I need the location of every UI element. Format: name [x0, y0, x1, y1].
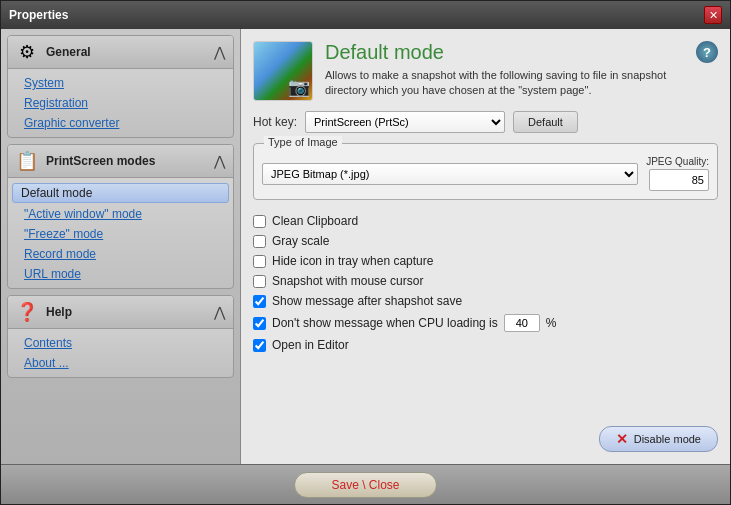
general-items: System Registration Graphic converter	[8, 69, 233, 137]
bottom-bar: Save \ Close	[1, 464, 730, 504]
printscreen-arrow-icon: ⋀	[214, 153, 225, 169]
jpeg-quality-label: JPEG Quality:	[646, 156, 709, 167]
clean-clipboard-checkbox[interactable]	[253, 215, 266, 228]
help-section: ❓ Help ⋀ Contents About ...	[7, 295, 234, 378]
right-panel: 📷 Default mode Allows to make a snapshot…	[241, 29, 730, 464]
save-close-button[interactable]: Save \ Close	[294, 472, 436, 498]
help-arrow-icon: ⋀	[214, 304, 225, 320]
disable-mode-button[interactable]: ✕ Disable mode	[599, 426, 718, 452]
checkbox-hide-icon: Hide icon in tray when capture	[253, 254, 718, 268]
sidebar-item-record-mode[interactable]: Record mode	[8, 244, 233, 264]
mode-description: Allows to make a snapshot with the follo…	[325, 68, 684, 99]
printscreen-items: Default mode "Active window" mode "Freez…	[8, 178, 233, 288]
checkbox-gray-scale: Gray scale	[253, 234, 718, 248]
gray-scale-checkbox[interactable]	[253, 235, 266, 248]
hide-icon-label: Hide icon in tray when capture	[272, 254, 433, 268]
sidebar-item-graphic-converter[interactable]: Graphic converter	[8, 113, 233, 133]
sidebar-item-freeze-mode[interactable]: "Freeze" mode	[8, 224, 233, 244]
main-content: ⚙ General ⋀ System Registration Graphic …	[1, 29, 730, 464]
help-section-header[interactable]: ❓ Help ⋀	[8, 296, 233, 329]
mode-header: 📷 Default mode Allows to make a snapshot…	[253, 41, 718, 101]
cpu-loading-checkbox[interactable]	[253, 317, 266, 330]
disable-x-icon: ✕	[616, 431, 628, 447]
type-image-row: JPEG Bitmap (*.jpg) JPEG Quality:	[262, 156, 709, 191]
help-button[interactable]: ?	[696, 41, 718, 63]
close-button[interactable]: ✕	[704, 6, 722, 24]
image-type-select[interactable]: JPEG Bitmap (*.jpg)	[262, 163, 638, 185]
checkboxes: Clean Clipboard Gray scale Hide icon in …	[253, 210, 718, 356]
clean-clipboard-label: Clean Clipboard	[272, 214, 358, 228]
checkbox-cpu-loading: Don't show message when CPU loading is %	[253, 314, 718, 332]
properties-window: Properties ✕ ⚙ General ⋀ System Registra…	[0, 0, 731, 505]
hide-icon-checkbox[interactable]	[253, 255, 266, 268]
jpeg-quality-input[interactable]	[649, 169, 709, 191]
sidebar-item-system[interactable]: System	[8, 73, 233, 93]
mouse-cursor-label: Snapshot with mouse cursor	[272, 274, 423, 288]
hotkey-select[interactable]: PrintScreen (PrtSc)	[305, 111, 505, 133]
help-title: Help	[46, 305, 206, 319]
sidebar-item-registration[interactable]: Registration	[8, 93, 233, 113]
title-bar: Properties ✕	[1, 1, 730, 29]
hotkey-label: Hot key:	[253, 115, 297, 129]
cpu-percent-label: %	[546, 316, 557, 330]
mouse-cursor-checkbox[interactable]	[253, 275, 266, 288]
bottom-row: ✕ Disable mode	[253, 426, 718, 452]
gear-icon: ⚙	[16, 41, 38, 63]
gray-scale-label: Gray scale	[272, 234, 329, 248]
checkbox-open-editor: Open in Editor	[253, 338, 718, 352]
mode-title-area: Default mode Allows to make a snapshot w…	[325, 41, 684, 99]
help-items: Contents About ...	[8, 329, 233, 377]
mode-thumbnail: 📷	[253, 41, 313, 101]
mode-title: Default mode	[325, 41, 684, 64]
type-of-image-group: Type of Image JPEG Bitmap (*.jpg) JPEG Q…	[253, 143, 718, 200]
camera-icon: 📷	[288, 76, 310, 98]
show-message-checkbox[interactable]	[253, 295, 266, 308]
general-title: General	[46, 45, 206, 59]
general-arrow-icon: ⋀	[214, 44, 225, 60]
cpu-loading-label: Don't show message when CPU loading is	[272, 316, 498, 330]
checkbox-show-message: Show message after shapshot save	[253, 294, 718, 308]
sidebar-item-default-mode[interactable]: Default mode	[12, 183, 229, 203]
sidebar-item-contents[interactable]: Contents	[8, 333, 233, 353]
checkbox-mouse-cursor: Snapshot with mouse cursor	[253, 274, 718, 288]
open-editor-label: Open in Editor	[272, 338, 349, 352]
window-title: Properties	[9, 8, 68, 22]
sidebar-item-url-mode[interactable]: URL mode	[8, 264, 233, 284]
printscreen-title: PrintScreen modes	[46, 154, 206, 168]
hotkey-row: Hot key: PrintScreen (PrtSc) Default	[253, 111, 718, 133]
checkbox-clean-clipboard: Clean Clipboard	[253, 214, 718, 228]
printscreen-section: 📋 PrintScreen modes ⋀ Default mode "Acti…	[7, 144, 234, 289]
show-message-label: Show message after shapshot save	[272, 294, 462, 308]
cpu-value-input[interactable]	[504, 314, 540, 332]
sidebar: ⚙ General ⋀ System Registration Graphic …	[1, 29, 241, 464]
printscreen-section-header[interactable]: 📋 PrintScreen modes ⋀	[8, 145, 233, 178]
general-section-header[interactable]: ⚙ General ⋀	[8, 36, 233, 69]
help-icon: ❓	[16, 301, 38, 323]
default-button[interactable]: Default	[513, 111, 578, 133]
sidebar-item-about[interactable]: About ...	[8, 353, 233, 373]
general-section: ⚙ General ⋀ System Registration Graphic …	[7, 35, 234, 138]
clipboard-icon: 📋	[16, 150, 38, 172]
sidebar-item-active-window[interactable]: "Active window" mode	[8, 204, 233, 224]
disable-mode-label: Disable mode	[634, 433, 701, 445]
jpeg-quality-area: JPEG Quality:	[646, 156, 709, 191]
type-group-legend: Type of Image	[264, 136, 342, 148]
open-editor-checkbox[interactable]	[253, 339, 266, 352]
